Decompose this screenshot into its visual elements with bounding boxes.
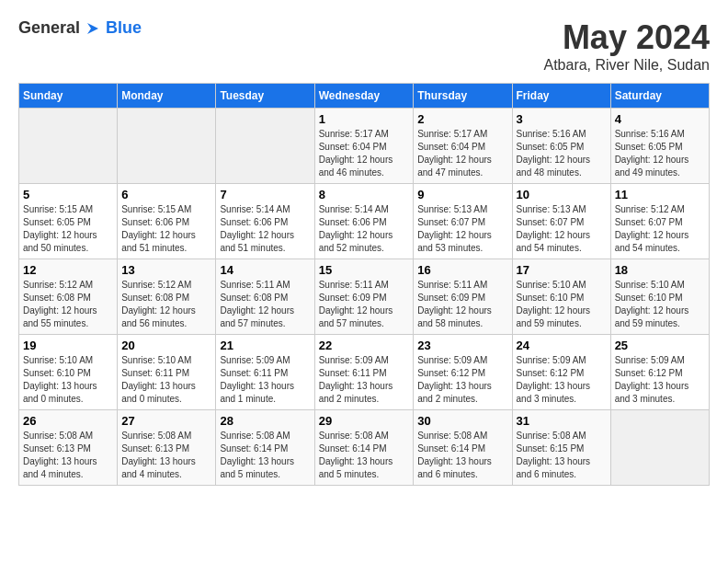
calendar-title: May 2024 xyxy=(543,18,710,57)
table-row: 3Sunrise: 5:16 AM Sunset: 6:05 PM Daylig… xyxy=(512,109,610,184)
day-number: 27 xyxy=(121,414,211,428)
day-info: Sunrise: 5:09 AM Sunset: 6:12 PM Dayligh… xyxy=(417,354,507,406)
day-info: Sunrise: 5:09 AM Sunset: 6:12 PM Dayligh… xyxy=(615,354,705,406)
day-info: Sunrise: 5:10 AM Sunset: 6:10 PM Dayligh… xyxy=(23,354,113,406)
day-number: 14 xyxy=(220,263,310,277)
day-info: Sunrise: 5:10 AM Sunset: 6:10 PM Dayligh… xyxy=(517,279,607,330)
header-tuesday: Tuesday xyxy=(216,84,314,109)
day-number: 15 xyxy=(319,263,410,277)
header-saturday: Saturday xyxy=(610,84,709,109)
day-info: Sunrise: 5:16 AM Sunset: 6:05 PM Dayligh… xyxy=(517,128,607,179)
header-wednesday: Wednesday xyxy=(314,84,414,109)
table-row: 20Sunrise: 5:10 AM Sunset: 6:11 PM Dayli… xyxy=(118,335,216,410)
day-number: 5 xyxy=(23,188,113,201)
day-number: 7 xyxy=(220,188,310,201)
table-row: 16Sunrise: 5:11 AM Sunset: 6:09 PM Dayli… xyxy=(414,259,512,335)
calendar-week-row: 5Sunrise: 5:15 AM Sunset: 6:05 PM Daylig… xyxy=(19,184,710,259)
day-info: Sunrise: 5:17 AM Sunset: 6:04 PM Dayligh… xyxy=(319,128,410,179)
day-info: Sunrise: 5:12 AM Sunset: 6:08 PM Dayligh… xyxy=(23,279,113,330)
table-row: 7Sunrise: 5:14 AM Sunset: 6:06 PM Daylig… xyxy=(216,184,314,259)
day-number: 12 xyxy=(23,263,113,277)
day-info: Sunrise: 5:09 AM Sunset: 6:11 PM Dayligh… xyxy=(319,354,410,406)
day-number: 31 xyxy=(517,414,607,428)
table-row: 18Sunrise: 5:10 AM Sunset: 6:10 PM Dayli… xyxy=(610,259,709,335)
day-number: 11 xyxy=(615,188,705,201)
day-number: 18 xyxy=(615,263,705,277)
day-number: 16 xyxy=(417,263,507,277)
table-row: 5Sunrise: 5:15 AM Sunset: 6:05 PM Daylig… xyxy=(19,184,118,259)
table-row: 21Sunrise: 5:09 AM Sunset: 6:11 PM Dayli… xyxy=(216,335,314,410)
day-info: Sunrise: 5:11 AM Sunset: 6:09 PM Dayligh… xyxy=(417,279,507,330)
svg-marker-0 xyxy=(87,23,98,34)
day-info: Sunrise: 5:12 AM Sunset: 6:07 PM Dayligh… xyxy=(615,203,705,255)
calendar-week-row: 19Sunrise: 5:10 AM Sunset: 6:10 PM Dayli… xyxy=(19,335,710,410)
table-row: 17Sunrise: 5:10 AM Sunset: 6:10 PM Dayli… xyxy=(512,259,610,335)
calendar-table: Sunday Monday Tuesday Wednesday Thursday… xyxy=(18,83,710,486)
day-info: Sunrise: 5:08 AM Sunset: 6:14 PM Dayligh… xyxy=(417,430,507,481)
day-info: Sunrise: 5:08 AM Sunset: 6:13 PM Dayligh… xyxy=(23,430,113,481)
logo-blue-text: Blue xyxy=(106,18,142,38)
day-number: 20 xyxy=(121,339,211,352)
header-monday: Monday xyxy=(118,84,216,109)
day-info: Sunrise: 5:13 AM Sunset: 6:07 PM Dayligh… xyxy=(517,203,607,255)
calendar-week-row: 26Sunrise: 5:08 AM Sunset: 6:13 PM Dayli… xyxy=(19,410,710,486)
table-row: 2Sunrise: 5:17 AM Sunset: 6:04 PM Daylig… xyxy=(414,109,512,184)
logo-general-text: General xyxy=(18,18,80,38)
day-number: 23 xyxy=(417,339,507,352)
table-row: 25Sunrise: 5:09 AM Sunset: 6:12 PM Dayli… xyxy=(610,335,709,410)
day-info: Sunrise: 5:12 AM Sunset: 6:08 PM Dayligh… xyxy=(121,279,211,330)
day-number: 13 xyxy=(121,263,211,277)
day-number: 25 xyxy=(615,339,705,352)
header-sunday: Sunday xyxy=(19,84,118,109)
day-info: Sunrise: 5:14 AM Sunset: 6:06 PM Dayligh… xyxy=(319,203,410,255)
logo-arrow-icon xyxy=(84,19,102,38)
table-row: 8Sunrise: 5:14 AM Sunset: 6:06 PM Daylig… xyxy=(314,184,414,259)
table-row xyxy=(216,109,314,184)
table-row: 29Sunrise: 5:08 AM Sunset: 6:14 PM Dayli… xyxy=(314,410,414,486)
day-info: Sunrise: 5:10 AM Sunset: 6:11 PM Dayligh… xyxy=(121,354,211,406)
table-row: 14Sunrise: 5:11 AM Sunset: 6:08 PM Dayli… xyxy=(216,259,314,335)
day-number: 21 xyxy=(220,339,310,352)
calendar-week-row: 12Sunrise: 5:12 AM Sunset: 6:08 PM Dayli… xyxy=(19,259,710,335)
table-row: 30Sunrise: 5:08 AM Sunset: 6:14 PM Dayli… xyxy=(414,410,512,486)
day-info: Sunrise: 5:10 AM Sunset: 6:10 PM Dayligh… xyxy=(615,279,705,330)
day-info: Sunrise: 5:09 AM Sunset: 6:12 PM Dayligh… xyxy=(517,354,607,406)
day-info: Sunrise: 5:09 AM Sunset: 6:11 PM Dayligh… xyxy=(220,354,310,406)
day-number: 30 xyxy=(417,414,507,428)
day-info: Sunrise: 5:11 AM Sunset: 6:08 PM Dayligh… xyxy=(220,279,310,330)
day-number: 9 xyxy=(417,188,507,201)
calendar-subtitle: Atbara, River Nile, Sudan xyxy=(543,57,710,74)
day-info: Sunrise: 5:08 AM Sunset: 6:14 PM Dayligh… xyxy=(220,430,310,481)
day-info: Sunrise: 5:13 AM Sunset: 6:07 PM Dayligh… xyxy=(417,203,507,255)
day-info: Sunrise: 5:08 AM Sunset: 6:13 PM Dayligh… xyxy=(121,430,211,481)
day-number: 4 xyxy=(615,112,705,126)
table-row xyxy=(19,109,118,184)
table-row: 28Sunrise: 5:08 AM Sunset: 6:14 PM Dayli… xyxy=(216,410,314,486)
day-info: Sunrise: 5:11 AM Sunset: 6:09 PM Dayligh… xyxy=(319,279,410,330)
day-number: 3 xyxy=(517,112,607,126)
day-number: 29 xyxy=(319,414,410,428)
table-row: 6Sunrise: 5:15 AM Sunset: 6:06 PM Daylig… xyxy=(118,184,216,259)
day-info: Sunrise: 5:15 AM Sunset: 6:05 PM Dayligh… xyxy=(23,203,113,255)
day-number: 26 xyxy=(23,414,113,428)
calendar-week-row: 1Sunrise: 5:17 AM Sunset: 6:04 PM Daylig… xyxy=(19,109,710,184)
table-row: 1Sunrise: 5:17 AM Sunset: 6:04 PM Daylig… xyxy=(314,109,414,184)
day-info: Sunrise: 5:16 AM Sunset: 6:05 PM Dayligh… xyxy=(615,128,705,179)
logo: General Blue xyxy=(18,18,142,38)
table-row xyxy=(118,109,216,184)
table-row: 24Sunrise: 5:09 AM Sunset: 6:12 PM Dayli… xyxy=(512,335,610,410)
table-row: 19Sunrise: 5:10 AM Sunset: 6:10 PM Dayli… xyxy=(19,335,118,410)
day-info: Sunrise: 5:17 AM Sunset: 6:04 PM Dayligh… xyxy=(417,128,507,179)
day-info: Sunrise: 5:14 AM Sunset: 6:06 PM Dayligh… xyxy=(220,203,310,255)
day-number: 6 xyxy=(121,188,211,201)
table-row: 15Sunrise: 5:11 AM Sunset: 6:09 PM Dayli… xyxy=(314,259,414,335)
header: General Blue May 2024 Atbara, River Nile… xyxy=(18,18,710,74)
day-number: 22 xyxy=(319,339,410,352)
day-number: 1 xyxy=(319,112,410,126)
day-number: 2 xyxy=(417,112,507,126)
day-number: 17 xyxy=(517,263,607,277)
table-row: 26Sunrise: 5:08 AM Sunset: 6:13 PM Dayli… xyxy=(19,410,118,486)
table-row: 13Sunrise: 5:12 AM Sunset: 6:08 PM Dayli… xyxy=(118,259,216,335)
day-info: Sunrise: 5:08 AM Sunset: 6:14 PM Dayligh… xyxy=(319,430,410,481)
table-row: 31Sunrise: 5:08 AM Sunset: 6:15 PM Dayli… xyxy=(512,410,610,486)
